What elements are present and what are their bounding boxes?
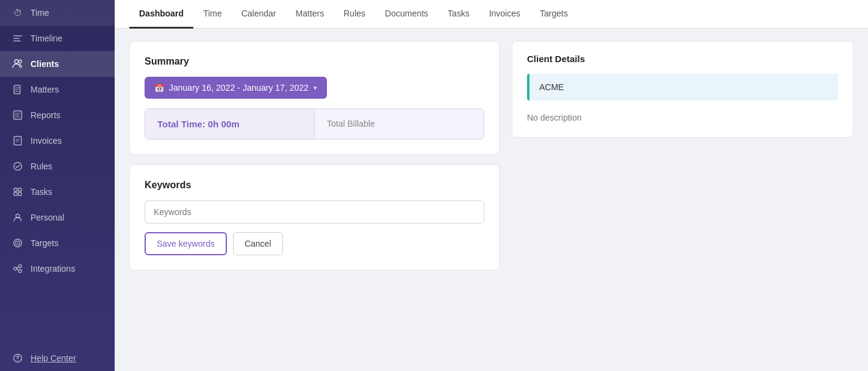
- date-range-button[interactable]: 📅 January 16, 2022 - January 17, 2022 ▾: [145, 77, 327, 99]
- svg-point-17: [14, 267, 17, 270]
- integrations-icon: [12, 263, 23, 274]
- left-panel: Summary 📅 January 16, 2022 - January 17,…: [129, 41, 500, 359]
- sidebar-item-tasks[interactable]: Tasks: [0, 179, 115, 205]
- tasks-icon: [12, 186, 23, 197]
- reports-icon: [12, 110, 23, 121]
- right-panel: Client Details ACME No description: [512, 41, 853, 359]
- sidebar-item-label: Timeline: [30, 34, 62, 43]
- tab-targets[interactable]: Targets: [530, 0, 578, 29]
- sidebar-item-personal[interactable]: Personal: [0, 205, 115, 230]
- client-details-title: Client Details: [527, 54, 838, 64]
- top-nav: Dashboard Time Calendar Matters Rules Do…: [115, 0, 868, 29]
- sidebar-item-help-center[interactable]: Help Center: [0, 345, 115, 371]
- content-area: Summary 📅 January 16, 2022 - January 17,…: [115, 29, 868, 371]
- sidebar-item-integrations[interactable]: Integrations: [0, 256, 115, 281]
- total-billable-label: Total Billable: [327, 119, 472, 129]
- sidebar-item-label: Time: [30, 8, 49, 18]
- tab-time[interactable]: Time: [193, 0, 232, 29]
- sidebar-item-label: Targets: [30, 238, 59, 248]
- summary-title: Summary: [145, 56, 484, 67]
- tab-matters[interactable]: Matters: [286, 0, 334, 29]
- tab-dashboard[interactable]: Dashboard: [129, 0, 193, 29]
- keywords-card: Keywords Save keywords Cancel: [129, 164, 500, 270]
- sidebar-item-label: Rules: [30, 161, 52, 171]
- sidebar-item-time[interactable]: ⏱ Time: [0, 0, 115, 26]
- total-time-value: Total Time: 0h 00m: [157, 119, 302, 129]
- svg-rect-2: [13, 41, 21, 42]
- sidebar-item-matters[interactable]: Matters: [0, 77, 115, 102]
- svg-rect-12: [18, 193, 21, 196]
- total-billable-cell: Total Billable: [315, 109, 484, 139]
- sidebar-item-rules[interactable]: Rules: [0, 154, 115, 179]
- sidebar: ⏱ Time Timeline Clients: [0, 0, 115, 371]
- cancel-button[interactable]: Cancel: [233, 232, 283, 255]
- tab-invoices[interactable]: Invoices: [479, 0, 530, 29]
- sidebar-item-label: Invoices: [30, 136, 62, 146]
- svg-point-4: [19, 60, 22, 63]
- personal-icon: [12, 212, 23, 223]
- sidebar-item-label: Tasks: [30, 187, 52, 197]
- calendar-icon: 📅: [154, 83, 164, 93]
- help-icon: [12, 353, 23, 364]
- svg-point-18: [19, 265, 22, 268]
- tab-tasks[interactable]: Tasks: [438, 0, 479, 29]
- sidebar-item-targets[interactable]: Targets: [0, 230, 115, 256]
- sidebar-item-label: Help Center: [30, 353, 76, 363]
- sidebar-item-label: Clients: [30, 59, 59, 69]
- keywords-title: Keywords: [145, 180, 484, 191]
- sidebar-item-timeline[interactable]: Timeline: [0, 26, 115, 51]
- tab-rules[interactable]: Rules: [334, 0, 375, 29]
- svg-rect-11: [14, 193, 17, 196]
- date-range-label: January 16, 2022 - January 17, 2022: [169, 83, 309, 93]
- rules-icon: [12, 161, 23, 172]
- svg-rect-1: [13, 38, 20, 39]
- total-time-cell: Total Time: 0h 00m: [145, 109, 315, 139]
- sidebar-item-label: Integrations: [30, 264, 75, 274]
- keywords-input[interactable]: [145, 200, 484, 224]
- summary-card: Summary 📅 January 16, 2022 - January 17,…: [129, 41, 500, 155]
- client-name-row: ACME: [527, 74, 838, 101]
- tab-calendar[interactable]: Calendar: [232, 0, 286, 29]
- keywords-actions: Save keywords Cancel: [145, 232, 484, 255]
- invoices-icon: [12, 135, 23, 146]
- time-icon: ⏱: [12, 7, 23, 18]
- svg-rect-10: [18, 188, 21, 191]
- tab-documents[interactable]: Documents: [375, 0, 438, 29]
- sidebar-item-invoices[interactable]: Invoices: [0, 128, 115, 154]
- sidebar-item-label: Reports: [30, 110, 60, 120]
- matters-icon: [12, 84, 23, 95]
- sidebar-item-clients[interactable]: Clients: [0, 51, 115, 77]
- stats-row: Total Time: 0h 00m Total Billable: [145, 108, 484, 140]
- svg-rect-9: [14, 188, 17, 191]
- chevron-down-icon: ▾: [314, 84, 317, 92]
- svg-rect-7: [14, 136, 21, 145]
- svg-point-16: [17, 242, 18, 244]
- svg-point-21: [17, 360, 18, 361]
- clients-icon: [12, 58, 23, 69]
- client-name: ACME: [529, 74, 573, 101]
- sidebar-item-label: Matters: [30, 85, 59, 94]
- svg-point-8: [14, 163, 22, 171]
- svg-rect-0: [13, 35, 22, 37]
- svg-point-19: [19, 270, 22, 273]
- sidebar-item-label: Personal: [30, 213, 64, 222]
- timeline-icon: [12, 33, 23, 44]
- client-description: No description: [527, 110, 838, 125]
- targets-icon: [12, 238, 23, 249]
- sidebar-item-reports[interactable]: Reports: [0, 102, 115, 128]
- svg-point-3: [15, 60, 18, 63]
- save-keywords-button[interactable]: Save keywords: [145, 232, 227, 255]
- client-details-card: Client Details ACME No description: [512, 41, 853, 138]
- main-content: Dashboard Time Calendar Matters Rules Do…: [115, 0, 868, 371]
